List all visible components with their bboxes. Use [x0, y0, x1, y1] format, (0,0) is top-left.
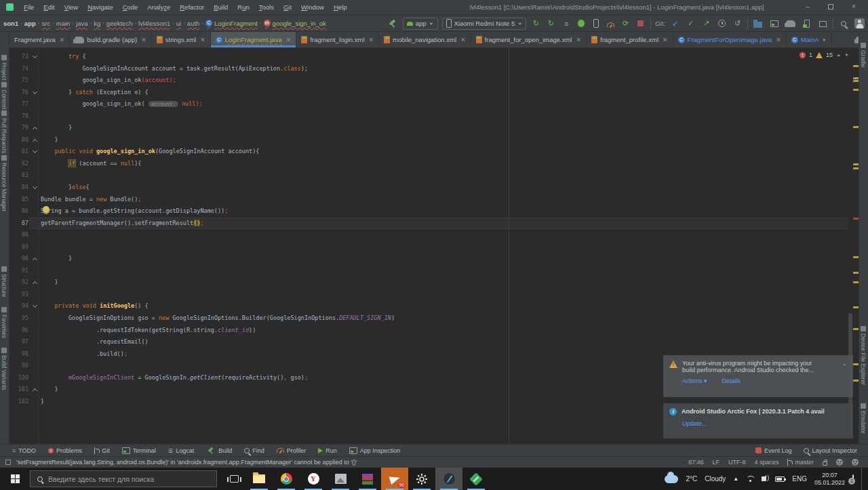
fold-marker-icon[interactable]: [33, 54, 37, 58]
weather-cloud-icon[interactable]: [665, 475, 678, 483]
breadcrumb-item-java[interactable]: java: [76, 20, 87, 27]
menu-view[interactable]: View: [60, 3, 83, 11]
gutter-line-85[interactable]: 85: [9, 194, 38, 206]
breadcrumb-item-kg[interactable]: kg: [94, 20, 100, 27]
volume-icon[interactable]: [762, 476, 765, 481]
gutter-line-100[interactable]: 100: [9, 372, 38, 384]
fold-marker-icon[interactable]: [33, 139, 37, 144]
tool-stripe-build-variants[interactable]: Build Variants: [1, 348, 7, 390]
gutter-line-82[interactable]: 82: [9, 158, 38, 170]
gutter-line-93[interactable]: 93: [9, 289, 38, 301]
code-line-77[interactable]: google_sign_in_ok( account: null);: [41, 98, 848, 110]
toolwindow-button-profiler[interactable]: Profiler: [277, 446, 307, 455]
taskbar-app-file-explorer[interactable]: [245, 468, 273, 490]
code-line-90[interactable]: }: [41, 253, 848, 265]
caret-position[interactable]: 87:46: [688, 459, 704, 466]
gutter-line-76[interactable]: 76: [9, 87, 38, 99]
toolwindow-button-find[interactable]: Find: [244, 446, 264, 455]
toolwindow-button-layout-inspector[interactable]: Layout Inspector: [804, 447, 857, 454]
run-with-coverage-icon[interactable]: ↻: [545, 18, 557, 29]
breadcrumb-item-main[interactable]: main: [56, 20, 71, 27]
minimize-button[interactable]: –: [796, 0, 819, 15]
toolwindow-button-app-inspection[interactable]: App Inspection: [349, 446, 401, 455]
code-line-97[interactable]: .requestEmail(): [41, 336, 848, 348]
chevron-down-icon[interactable]: ▼: [822, 38, 827, 42]
gutter-line-74[interactable]: 74: [9, 63, 38, 75]
menu-refactor[interactable]: Refactor: [175, 3, 209, 11]
toolwindow-button-build[interactable]: Build: [206, 446, 232, 455]
stop-icon[interactable]: [635, 18, 646, 29]
tab-close-icon[interactable]: ✕: [200, 37, 205, 43]
indent-setting[interactable]: 4 spaces: [754, 459, 778, 466]
toolwindow-button-run[interactable]: Run: [318, 446, 337, 455]
menu-run[interactable]: Run: [233, 3, 254, 11]
gutter-line-78[interactable]: 78: [9, 110, 38, 123]
taskbar-app-telegram[interactable]: 90: [381, 468, 408, 490]
code-line-79[interactable]: }: [41, 122, 848, 134]
profile-avatar-icon[interactable]: [854, 18, 865, 29]
wifi-icon[interactable]: [746, 476, 754, 482]
search-everywhere-icon[interactable]: [837, 18, 849, 29]
toolwindow-button-terminal[interactable]: Terminal: [122, 446, 156, 455]
tab-close-icon[interactable]: ✕: [663, 37, 668, 43]
tool-stripe-project[interactable]: Project: [1, 55, 7, 80]
toolwindow-button-logcat[interactable]: ≣Logcat: [168, 446, 195, 455]
code-line-96[interactable]: .requestIdToken(getString(R.string.clien…: [41, 325, 848, 337]
code-line-80[interactable]: }: [41, 134, 848, 146]
gutter-line-102[interactable]: 102: [9, 396, 38, 408]
inspection-face-icon[interactable]: [836, 459, 843, 466]
taskbar-app-winrar[interactable]: [354, 468, 381, 490]
keyboard-language[interactable]: ENG: [792, 475, 807, 483]
gutter-line-87[interactable]: 87: [9, 218, 38, 230]
tab-strings-xml[interactable]: strings.xml✕: [152, 32, 211, 47]
run-configuration-select[interactable]: app ▼: [403, 18, 438, 30]
gutter-line-81[interactable]: 81: [9, 146, 38, 158]
gutter-line-94[interactable]: 94: [9, 300, 38, 312]
code-line-83[interactable]: [41, 169, 848, 182]
tab-fragment-login-xml[interactable]: fragment_login.xml✕: [296, 32, 379, 47]
tab-fragment-for-open-image-xml[interactable]: fragment_for_open_image.xml✕: [471, 32, 587, 47]
tool-stripe-resource-manager[interactable]: Resource Manager: [1, 155, 7, 211]
next-issue-chevron-icon[interactable]: ▼: [844, 53, 849, 57]
menu-code[interactable]: Code: [118, 3, 143, 11]
gutter-line-79[interactable]: 79: [9, 122, 38, 134]
tool-windows-icon[interactable]: [768, 18, 780, 29]
tool-stripe-pull-requests[interactable]: Pull Requests: [1, 110, 7, 153]
inspections-widget[interactable]: ! 1 15 ▲ ▼: [800, 52, 849, 58]
gutter-line-91[interactable]: 91: [9, 265, 38, 277]
code-line-76[interactable]: } catch (Exception e) {: [41, 87, 848, 99]
menu-build[interactable]: Build: [209, 3, 233, 11]
update-link[interactable]: Update...: [682, 420, 707, 427]
debug-icon[interactable]: [575, 18, 587, 29]
gutter-line-96[interactable]: 96: [9, 325, 38, 337]
toolwindow-button-event-log[interactable]: Event Log: [755, 447, 792, 454]
code-line-81[interactable]: public void google_sign_in_ok(GoogleSign…: [41, 146, 848, 158]
start-button[interactable]: [0, 468, 30, 490]
editor-gutter[interactable]: 7374757677787980818283848586878889909192…: [9, 48, 39, 444]
fold-marker-icon[interactable]: [33, 303, 37, 308]
maximize-button[interactable]: [819, 0, 842, 15]
toolwindow-button-problems[interactable]: !Problems: [48, 446, 82, 455]
clock-widget[interactable]: 20:07 05.01.2022: [814, 472, 845, 487]
menu-help[interactable]: Help: [329, 3, 352, 11]
git-branch-widget[interactable]: master: [787, 459, 814, 466]
battery-icon[interactable]: [775, 476, 785, 482]
line-ending[interactable]: LF: [712, 459, 719, 466]
code-line-75[interactable]: google_sign_in_ok(account);: [41, 75, 848, 87]
fold-marker-icon[interactable]: [33, 127, 37, 131]
gutter-line-90[interactable]: 90: [9, 253, 38, 265]
code-line-73[interactable]: try {: [41, 51, 848, 63]
tab-close-icon[interactable]: ✕: [369, 37, 374, 43]
build-hammer-icon[interactable]: [387, 18, 399, 29]
code-line-84[interactable]: }else{: [41, 182, 848, 194]
git-update-icon[interactable]: ↙: [669, 18, 681, 29]
taskbar-app-settings[interactable]: [408, 468, 435, 490]
show-desktop-button[interactable]: [861, 468, 864, 490]
reader-face-icon[interactable]: [852, 459, 859, 466]
toolwindow-button-git[interactable]: Git: [94, 446, 110, 455]
menu-file[interactable]: File: [19, 3, 39, 11]
gutter-line-80[interactable]: 80: [9, 134, 38, 146]
menu-navigate[interactable]: Navigate: [83, 3, 118, 11]
task-view-button[interactable]: [222, 468, 245, 490]
code-line-89[interactable]: [41, 241, 848, 253]
